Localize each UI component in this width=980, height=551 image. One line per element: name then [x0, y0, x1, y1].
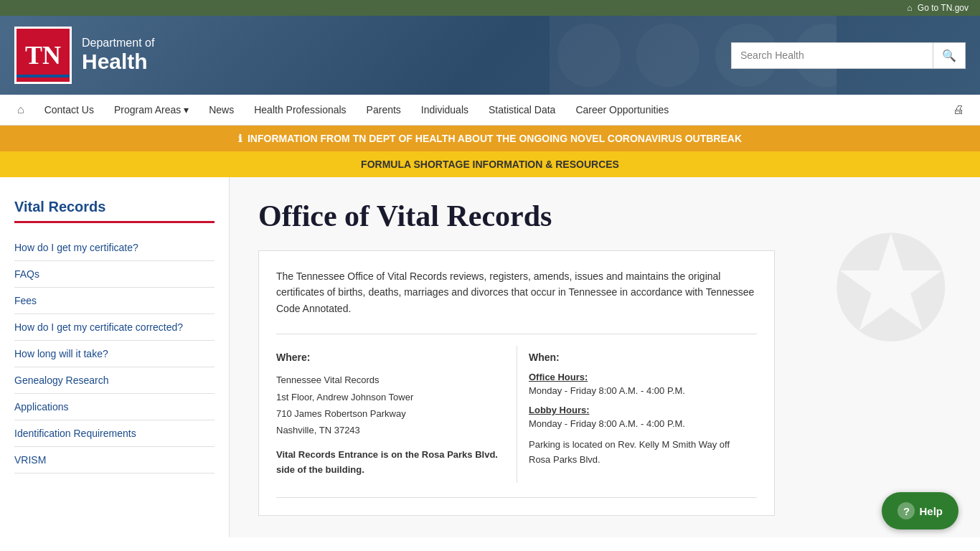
page-title: Office of Vital Records [258, 199, 951, 233]
sidebar-link-fees[interactable]: Fees [14, 288, 215, 314]
logo-text: TN [25, 40, 61, 70]
sidebar-link-vrism[interactable]: VRISM [14, 447, 215, 474]
nav-health-professionals[interactable]: Health Professionals [244, 95, 356, 124]
main-nav: ⌂ Contact Us Program Areas ▾ News Health… [0, 95, 980, 126]
lobby-hours-section: Lobby Hours: Monday - Friday 8:00 A.M. -… [529, 405, 745, 429]
logo-area: TN Department of Health [14, 27, 154, 84]
office-hours-text: Monday - Friday 8:00 A.M. - 4:00 P.M. [529, 385, 745, 396]
address-line4: Nashville, TN 37243 [276, 422, 505, 438]
nav-parents[interactable]: Parents [357, 95, 411, 124]
nav-home[interactable]: ⌂ [7, 95, 34, 125]
address-line1: Tennessee Vital Records [276, 372, 505, 388]
where-label: Where: [276, 352, 505, 363]
info-icon: ℹ [238, 133, 242, 144]
sidebar-link-how-long[interactable]: How long will it take? [14, 341, 215, 367]
sidebar-link-corrected[interactable]: How do I get my certificate corrected? [14, 314, 215, 341]
nav-individuals[interactable]: Individuals [411, 95, 479, 124]
nav-statistical-data[interactable]: Statistical Data [479, 95, 565, 124]
search-button[interactable]: 🔍 [933, 43, 965, 68]
lobby-hours-title: Lobby Hours: [529, 405, 745, 415]
search-input[interactable] [732, 43, 933, 68]
when-col: When: Office Hours: Monday - Friday 8:00… [517, 346, 757, 483]
dept-of-label: Department of [82, 37, 154, 50]
formula-alert[interactable]: FORMULA SHORTAGE INFORMATION & RESOURCES [0, 151, 980, 177]
coronavirus-alert[interactable]: ℹ INFORMATION FROM TN DEPT OF HEALTH ABO… [0, 126, 980, 151]
search-area: 🔍 [731, 42, 966, 69]
help-label: Help [919, 505, 943, 517]
nav-career-opportunities[interactable]: Career Opportunities [565, 95, 679, 124]
sidebar-title: Vital Records [14, 199, 215, 215]
lobby-hours-text: Monday - Friday 8:00 A.M. - 4:00 P.M. [529, 418, 745, 429]
info-grid: Where: Tennessee Vital Records 1st Floor… [276, 334, 757, 483]
header: TN Department of Health 🔍 [0, 16, 980, 95]
sidebar-divider [14, 221, 215, 223]
health-label: Health [82, 50, 154, 74]
nav-program-areas[interactable]: Program Areas ▾ [104, 95, 199, 124]
sidebar-link-applications[interactable]: Applications [14, 394, 215, 420]
parking-text: Parking is located on Rev. Kelly M Smith… [529, 438, 745, 468]
tn-logo[interactable]: TN [14, 27, 72, 84]
search-box: 🔍 [731, 42, 966, 69]
help-button[interactable]: ? Help [882, 492, 958, 529]
sidebar-link-faqs[interactable]: FAQs [14, 261, 215, 288]
department-name: Department of Health [82, 37, 154, 74]
address: Tennessee Vital Records 1st Floor, Andre… [276, 372, 505, 439]
sidebar-link-genealogy[interactable]: Genealogy Research [14, 367, 215, 394]
where-col: Where: Tennessee Vital Records 1st Floor… [276, 346, 517, 483]
nav-contact-us[interactable]: Contact Us [34, 95, 104, 124]
entrance-text: Vital Records Entrance is on the Rosa Pa… [276, 448, 505, 478]
go-to-tn-link[interactable]: Go to TN.gov [918, 3, 969, 13]
home-icon: ⌂ [907, 3, 912, 13]
address-line3: 710 James Robertson Parkway [276, 405, 505, 422]
info-bottom-divider [276, 497, 757, 498]
address-line2: 1st Floor, Andrew Johnson Tower [276, 389, 505, 405]
print-button[interactable]: 🖨 [944, 95, 973, 125]
office-hours-section: Office Hours: Monday - Friday 8:00 A.M. … [529, 372, 745, 396]
content-area: ✪ Office of Vital Records The Tennessee … [230, 177, 980, 537]
main-container: Vital Records How do I get my certificat… [0, 177, 980, 537]
info-card: The Tennessee Office of Vital Records re… [258, 250, 775, 516]
nav-news[interactable]: News [199, 95, 244, 124]
top-bar: ⌂ Go to TN.gov [0, 0, 980, 16]
formula-alert-text: FORMULA SHORTAGE INFORMATION & RESOURCES [361, 159, 619, 170]
sidebar: Vital Records How do I get my certificat… [0, 177, 230, 537]
sidebar-link-identification[interactable]: Identification Requirements [14, 420, 215, 447]
when-label: When: [529, 352, 745, 363]
intro-text: The Tennessee Office of Vital Records re… [276, 268, 757, 316]
office-hours-title: Office Hours: [529, 372, 745, 382]
sidebar-link-certificate[interactable]: How do I get my certificate? [14, 235, 215, 261]
help-icon: ? [897, 502, 915, 519]
coronavirus-alert-text: INFORMATION FROM TN DEPT OF HEALTH ABOUT… [248, 133, 742, 144]
